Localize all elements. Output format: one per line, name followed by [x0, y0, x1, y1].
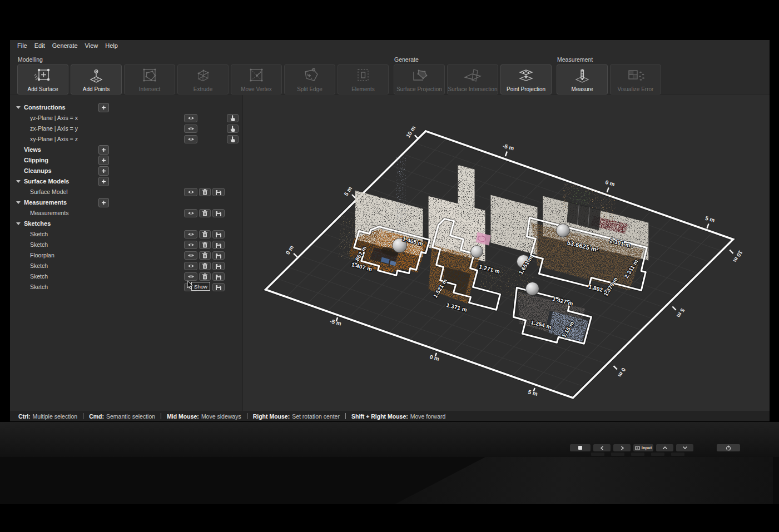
- monitor-power-button[interactable]: [717, 444, 740, 451]
- save-button[interactable]: [212, 188, 225, 196]
- physical-key[interactable]: [611, 453, 624, 456]
- surface-intersection-button: Surface Intersection: [447, 64, 498, 95]
- save-button[interactable]: [212, 262, 225, 270]
- visibility-toggle-button[interactable]: [184, 230, 197, 238]
- monitor-right-button[interactable]: [613, 444, 631, 451]
- tree-label: xy-Plane | Axis = z: [30, 136, 78, 142]
- point-projection-button[interactable]: Point Projection: [500, 64, 552, 95]
- tree-header-surface-models[interactable]: Surface Models: [10, 176, 242, 187]
- button-label: Add Surface: [27, 86, 58, 92]
- tree-header-cleanups[interactable]: Cleanups: [10, 166, 242, 176]
- pick-plane-button[interactable]: [227, 135, 239, 143]
- delete-button[interactable]: [199, 241, 211, 249]
- monitor-up-button[interactable]: [656, 444, 673, 451]
- delete-button[interactable]: [199, 209, 211, 217]
- chevron-down-icon: [682, 446, 688, 450]
- button-label: Extrude: [193, 86, 212, 92]
- delete-button[interactable]: [199, 188, 211, 196]
- visibility-toggle-button[interactable]: [184, 272, 197, 281]
- trash-icon: [202, 274, 207, 280]
- save-button[interactable]: [212, 209, 225, 217]
- delete-button[interactable]: [199, 230, 211, 238]
- monitor-osd-buttons: Input: [570, 444, 693, 451]
- add-points-icon: [84, 66, 108, 86]
- visibility-toggle-button[interactable]: [184, 125, 197, 133]
- tree-item-sketch[interactable]: Sketch: [10, 229, 242, 240]
- divider: [161, 413, 161, 419]
- add-cleanup-button[interactable]: [98, 166, 109, 176]
- visibility-toggle-button[interactable]: [184, 262, 197, 270]
- viewport-3d[interactable]: 10 m 5 m 0 m -5 m 0 m 5 m 10 m 5 m 0 m -…: [243, 95, 770, 411]
- add-surface-model-button[interactable]: [98, 177, 109, 186]
- visibility-toggle-button[interactable]: [184, 241, 197, 249]
- delete-button[interactable]: [199, 272, 211, 281]
- extrude-button: Extrude: [177, 64, 229, 95]
- save-button[interactable]: [212, 251, 225, 260]
- physical-key[interactable]: [631, 453, 644, 456]
- menu-view[interactable]: View: [85, 42, 98, 49]
- add-measurement-button[interactable]: [98, 198, 109, 207]
- elements-icon: [351, 66, 375, 86]
- tree-item-measurements[interactable]: Measurements: [10, 208, 242, 218]
- visibility-toggle-button[interactable]: [184, 251, 197, 260]
- tree-item-sketch[interactable]: Sketch: [10, 271, 242, 282]
- input-source-icon: [635, 446, 640, 450]
- measure-button[interactable]: Measure: [557, 64, 608, 95]
- physical-key[interactable]: [591, 453, 604, 456]
- tree-header-sketches[interactable]: Sketches: [10, 218, 242, 229]
- delete-button[interactable]: [199, 251, 211, 260]
- divider: [83, 413, 83, 419]
- add-clipping-button[interactable]: [98, 156, 109, 165]
- tree-label: Floorplan: [30, 252, 54, 258]
- add-points-button[interactable]: Add Points: [71, 64, 122, 95]
- visibility-toggle-button[interactable]: [184, 135, 197, 143]
- power-icon: [726, 445, 731, 451]
- menu-edit[interactable]: Edit: [34, 42, 45, 49]
- tree-header-constructions[interactable]: Constructions: [10, 102, 242, 113]
- save-button[interactable]: [212, 241, 225, 249]
- tree-item-floorplan[interactable]: Floorplan: [10, 250, 242, 261]
- tree-header-views[interactable]: Views: [10, 145, 242, 155]
- physical-key[interactable]: [671, 453, 684, 456]
- visibility-toggle-button[interactable]: [184, 188, 197, 196]
- save-button[interactable]: [212, 283, 225, 291]
- save-icon: [216, 263, 221, 269]
- add-surface-button[interactable]: Add Surface: [17, 64, 68, 95]
- physical-key[interactable]: [651, 453, 664, 456]
- chevron-down-icon: [16, 222, 21, 225]
- delete-button[interactable]: [199, 262, 211, 270]
- tree-header-clipping[interactable]: Clipping: [10, 155, 242, 166]
- measurement-handle-sphere[interactable]: [471, 246, 483, 258]
- add-view-button[interactable]: [98, 145, 109, 155]
- visibility-toggle-button[interactable]: [184, 114, 197, 122]
- tree-header-measurements[interactable]: Measurements: [10, 197, 242, 208]
- measurement-handle-sphere[interactable]: [556, 224, 569, 237]
- tree-item-sketch[interactable]: Sketch: [10, 240, 242, 250]
- tree-item-xy-plane[interactable]: xy-Plane | Axis = z: [10, 134, 242, 145]
- tree-item-sketch[interactable]: Sketch: [10, 261, 242, 271]
- pick-plane-button[interactable]: [227, 114, 239, 122]
- monitor-menu-button[interactable]: [570, 444, 591, 451]
- menu-generate[interactable]: Generate: [52, 42, 78, 49]
- monitor-down-button[interactable]: [676, 444, 693, 451]
- pick-plane-button[interactable]: [227, 125, 239, 133]
- surface-projection-button: Surface Projection: [394, 64, 445, 95]
- monitor-left-button[interactable]: [593, 444, 611, 451]
- point-projection-icon: [514, 66, 538, 86]
- measurement-handle-sphere[interactable]: [525, 282, 539, 295]
- tree-item-surface-model[interactable]: Surface Model: [10, 187, 242, 197]
- hand-icon: [230, 136, 235, 142]
- chevron-up-icon: [662, 446, 668, 450]
- tree-item-zx-plane[interactable]: zx-Plane | Axis = y: [10, 123, 242, 134]
- menu-help[interactable]: Help: [105, 42, 118, 49]
- save-button[interactable]: [212, 272, 225, 281]
- tree-item-yz-plane[interactable]: yz-Plane | Axis = x: [10, 113, 242, 123]
- add-construction-button[interactable]: [98, 103, 109, 112]
- menu-file[interactable]: File: [17, 42, 27, 49]
- save-icon: [216, 190, 221, 195]
- chevron-right-icon: [620, 446, 624, 450]
- save-button[interactable]: [212, 230, 225, 238]
- visibility-toggle-button[interactable]: [184, 209, 197, 217]
- monitor-input-button[interactable]: Input: [633, 444, 653, 451]
- status-bar: Ctrl:Multiple selection Cmd:Semantic sel…: [10, 411, 770, 421]
